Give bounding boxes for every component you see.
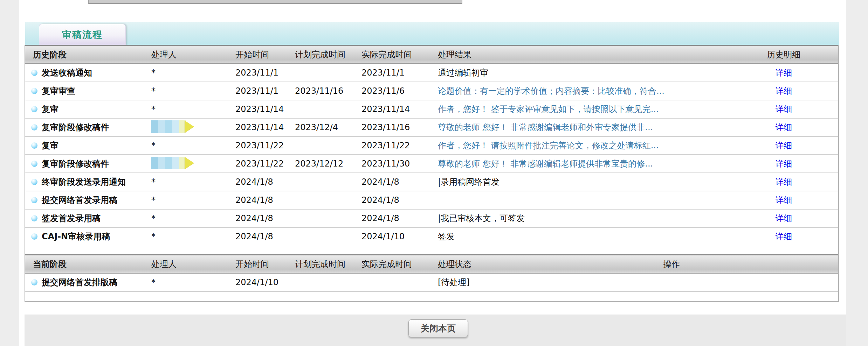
detail-cell: 详细 [729,140,838,151]
stage-bullet-icon [31,88,37,94]
detail-link[interactable]: 详细 [776,68,792,78]
detail-cell: 详细 [729,158,838,169]
table-row: 终审阶段发送录用通知 * 2024/1/8 2024/1/8 |录用稿网络首发 … [25,173,838,191]
detail-link[interactable]: 详细 [776,177,792,187]
result-link[interactable]: 作者，您好！ 鉴于专家评审意见如下，请按照以下意见完... [438,104,729,115]
result-cell: |我已审核本文，可签发 [438,213,729,224]
detail-cell: 详细 [729,85,838,97]
result-cell: 通过编辑初审 [438,67,729,78]
actual-date-cell: 2024/1/10 [361,232,438,241]
handler-cell: * [151,232,235,241]
planned-date-cell: 2023/12/4 [295,122,361,132]
header-handler: 处理人 [151,49,235,60]
start-date-cell: 2023/11/1 [235,86,295,96]
result-link[interactable]: 论题价值：有一定的学术价值；内容摘要：比较准确，符合... [438,85,729,97]
result-cell: 签发 [438,231,729,242]
current-header-row: 当前阶段 处理人 开始时间 计划完成时间 实际完成时间 处理状态 操作 [25,254,838,274]
stage-label: 终审阶段发送录用通知 [42,176,126,188]
detail-link[interactable]: 详细 [776,159,792,169]
yellow-arrow-icon [185,157,194,169]
detail-link[interactable]: 详细 [776,232,792,241]
stage-bullet-icon [31,161,37,167]
handler-cell-redacted [151,156,235,171]
table-row: 复审阶段修改稿件 2023/11/22 2023/12/12 2023/11/3… [25,155,838,173]
detail-link[interactable]: 详细 [776,86,792,96]
handler-cell: * [151,213,235,223]
tab-review-process[interactable]: 审稿流程 [39,24,126,45]
yellow-arrow-icon [185,121,194,133]
handler-cell: * [151,141,235,150]
handler-cell: * [151,86,235,96]
actual-date-cell: 2024/1/8 [361,177,438,187]
header-current-stage: 当前阶段 [25,259,151,270]
result-link[interactable]: 尊敬的老师 您好！ 非常感谢编辑老师提供非常宝贵的修... [438,158,729,169]
table-row: 复审 * 2023/11/22 2023/11/22 作者，您好！ 请按照附件批… [25,137,838,155]
table-row: 复审 * 2023/11/14 2023/11/14 作者，您好！ 鉴于专家评审… [25,100,838,119]
stage-bullet-icon [31,142,37,149]
scrolled-box-remnant [88,0,462,4]
header-status: 处理状态 [438,259,572,270]
start-date-cell: 2023/11/14 [235,122,295,132]
planned-date-cell: 2023/11/16 [295,86,361,96]
header-handler: 处理人 [151,259,235,270]
stage-cell: 复审阶段修改稿件 [25,122,151,133]
stage-cell: 复审 [25,140,151,151]
stage-cell: CAJ-N审核录用稿 [25,231,151,242]
footer-bar: 关闭本页 [25,315,846,346]
stage-label: 复审阶段修改稿件 [42,122,109,133]
stage-label: 复审阶段修改稿件 [42,158,109,169]
stage-label: 发送收稿通知 [42,67,92,78]
detail-link[interactable]: 详细 [776,104,792,114]
screen: 审稿流程 历史阶段 处理人 开始时间 计划完成时间 实际完成时间 处理结果 历史… [0,0,868,346]
stage-cell: 复审 [25,104,151,115]
table-row: 签发首发录用稿 * 2024/1/8 2024/1/8 |我已审核本文，可签发 … [25,210,838,228]
start-date-cell: 2023/11/1 [235,68,295,78]
section-spacer [25,245,838,254]
detail-cell: 详细 [729,67,838,78]
start-date-cell: 2023/11/22 [235,141,295,150]
detail-link[interactable]: 详细 [776,122,792,132]
start-date-cell: 2023/11/22 [235,159,295,169]
stage-cell: 复审审查 [25,85,151,97]
current-stage-row: 提交网络首发排版稿 * 2024/1/10 [待处理] [25,274,838,292]
table-row: 复审阶段修改稿件 2023/11/14 2023/12/4 2023/11/16… [25,119,838,137]
stage-label: CAJ-N审核录用稿 [42,231,110,242]
stage-bullet-icon [31,233,37,240]
handler-cell: * [151,277,235,287]
stage-label: 复审 [42,104,58,115]
detail-cell: 详细 [729,195,838,206]
actual-date-cell: 2023/11/14 [361,104,438,114]
planned-date-cell: 2023/12/12 [295,159,361,169]
detail-link[interactable]: 详细 [776,213,792,223]
stage-cell: 终审阶段发送录用通知 [25,176,151,188]
stage-bullet-icon [31,124,37,130]
actual-date-cell: 2023/11/6 [361,86,438,96]
history-header-row: 历史阶段 处理人 开始时间 计划完成时间 实际完成时间 处理结果 历史明细 [25,45,838,64]
detail-cell: 详细 [729,104,838,115]
actual-date-cell: 2024/1/8 [361,213,438,223]
result-cell: |录用稿网络首发 [438,176,729,188]
start-date-cell: 2024/1/10 [235,277,295,287]
stage-label: 提交网络首发录用稿 [42,195,117,206]
detail-cell: 详细 [729,176,838,188]
stage-bullet-icon [31,279,37,285]
review-process-table: 历史阶段 处理人 开始时间 计划完成时间 实际完成时间 处理结果 历史明细 发送… [25,45,839,302]
table-row: 提交网络首发录用稿 * 2024/1/8 2024/1/8 详细 [25,191,838,210]
result-link[interactable]: 作者，您好！ 请按照附件批注完善论文，修改之处请标红... [438,140,729,151]
detail-link[interactable]: 详细 [776,195,792,205]
close-page-button[interactable]: 关闭本页 [408,319,468,337]
detail-link[interactable]: 详细 [776,141,792,150]
actual-date-cell: 2024/1/8 [361,195,438,205]
detail-cell: 详细 [729,213,838,224]
header-actual-time: 实际完成时间 [361,259,438,270]
table-row: CAJ-N审核录用稿 * 2024/1/8 2024/1/10 签发 详细 [25,228,838,245]
header-actual-time: 实际完成时间 [361,49,438,60]
actual-date-cell: 2023/11/1 [361,68,438,78]
stage-cell: 提交网络首发排版稿 [25,277,151,288]
header-result: 处理结果 [438,49,729,60]
page-content: 审稿流程 历史阶段 处理人 开始时间 计划完成时间 实际完成时间 处理结果 历史… [19,0,846,346]
bottom-spacer [25,292,838,301]
result-link[interactable]: 尊敬的老师 您好！ 非常感谢编辑老师和外审专家提供非... [438,122,729,133]
handler-cell: * [151,68,235,78]
start-date-cell: 2024/1/8 [235,195,295,205]
